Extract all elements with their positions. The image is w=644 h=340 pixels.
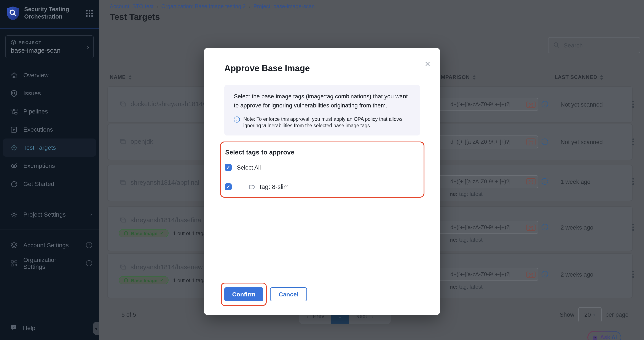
select-all-checkbox[interactable]: ✓ — [225, 164, 232, 171]
info-icon[interactable]: i — [542, 224, 548, 230]
tag-selection-annotated-region: Select tags to approve ✓ Select All ✓ ta… — [220, 142, 424, 198]
project-label: PROJECT — [18, 40, 42, 45]
sidebar-collapse-button[interactable]: ◀ — [93, 322, 99, 335]
column-header-comparison[interactable]: MPARISON — [441, 74, 476, 80]
info-icon[interactable]: i — [86, 242, 92, 248]
tag-checkbox[interactable]: ✓ — [225, 183, 232, 190]
modal-description-box: Select the base image tags (image:tag co… — [224, 85, 420, 136]
sidebar-item-executions[interactable]: Executions — [0, 120, 99, 139]
target-name-text: shreyansh1814/basefinal — [130, 216, 203, 223]
column-header-last-scanned[interactable]: LAST SCANNED — [554, 74, 603, 80]
last-scanned-value: 2 weeks ago — [560, 224, 621, 231]
play-square-icon — [10, 126, 18, 133]
app-switcher-grid-icon[interactable] — [85, 9, 94, 18]
layers-icon — [124, 231, 128, 236]
select-all-label: Select All — [237, 164, 261, 171]
tag-row[interactable]: ✓ tag: 8-slim — [225, 183, 289, 190]
per-page-label: per page — [606, 312, 629, 318]
result-count: 5 of 5 — [122, 312, 136, 318]
confirm-button[interactable]: Confirm — [224, 287, 263, 301]
regex-mode-chip[interactable]: (*) — [526, 271, 536, 278]
row-menu-button[interactable] — [630, 178, 637, 185]
comparison-regex-input[interactable]: d+([+-][a-zA-Z0-9\.+-]+)?| (*) — [436, 268, 538, 281]
modal-description: Select the base image tags (image:tag co… — [234, 92, 410, 110]
info-icon[interactable]: i — [542, 139, 548, 145]
target-name-text: openjdk — [130, 138, 153, 145]
row-menu-button[interactable] — [630, 224, 637, 231]
sort-icon — [472, 75, 476, 80]
page-title: Test Targets — [110, 12, 160, 22]
tag-label: tag: 8-slim — [260, 183, 289, 190]
info-icon[interactable]: i — [542, 101, 548, 107]
sidebar-header: Security Testing Orchestration — [0, 0, 99, 28]
select-all-row[interactable]: ✓ Select All — [225, 164, 261, 171]
column-header-label: LAST SCANNED — [554, 74, 597, 80]
sidebar-item-label: Get Started — [23, 180, 54, 187]
sidebar-item-overview[interactable]: Overview — [0, 66, 99, 84]
ask-ai-button[interactable]: Ask AI — [588, 331, 621, 340]
divider — [225, 178, 418, 178]
project-selector[interactable]: PROJECT base-image-scan › — [5, 35, 94, 58]
comparison-regex-input[interactable]: d+([+-][a-zA-Z0-9\.+-]+)?| (*) — [436, 98, 538, 111]
regex-mode-chip[interactable]: (*) — [526, 224, 536, 231]
breadcrumb: Account: STO test › Organization: Base I… — [110, 3, 315, 9]
target-name: shreyansh1814/basefinal — [119, 216, 203, 223]
comparison-regex-input[interactable]: d+([+-][a-zA-Z0-9\.+-]+)?| (*) — [436, 136, 538, 149]
column-header-name[interactable]: NAME — [110, 74, 132, 80]
cancel-button[interactable]: Cancel — [270, 287, 307, 301]
sidebar-item-label: Help — [23, 324, 36, 331]
target-name: openjdk — [119, 138, 153, 145]
container-image-icon — [119, 179, 126, 186]
breadcrumb-project-link[interactable]: Project: base-image-scan — [254, 3, 315, 9]
column-header-label: NAME — [110, 74, 126, 80]
target-name: shreyansh1814/appfinal — [119, 179, 200, 186]
row-menu-button[interactable] — [630, 139, 637, 145]
row-menu-button[interactable] — [630, 101, 637, 108]
sidebar-item-organization-settings[interactable]: Organization Settings i — [0, 254, 99, 272]
comparison-regex-input[interactable]: d+([+-][a-zA-Z0-9\.+-]+)?| (*) — [436, 175, 538, 188]
sidebar-item-label: Account Settings — [23, 242, 69, 249]
search-input[interactable]: Search — [548, 37, 640, 53]
close-icon[interactable]: ✕ — [425, 60, 430, 68]
page-size-value: 20 — [584, 312, 591, 318]
sidebar-item-exemptions[interactable]: Exemptions — [0, 157, 99, 175]
sidebar: Security Testing Orchestration PROJECT b… — [0, 0, 99, 340]
eye-off-icon — [10, 162, 18, 169]
app-title: Security Testing Orchestration — [24, 6, 81, 21]
sidebar-nav: Overview Issues Pipelines Executions Tes… — [0, 66, 99, 272]
divider — [0, 199, 99, 199]
regex-text: d+([+-][a-zA-Z0-9\.+-]+)?| — [436, 224, 526, 230]
sort-icon — [128, 75, 132, 80]
sidebar-item-label: Executions — [23, 126, 53, 133]
approve-base-image-modal: ✕ Approve Base Image Select the base ima… — [204, 48, 440, 315]
regex-mode-chip[interactable]: (*) — [526, 139, 536, 145]
sidebar-item-account-settings[interactable]: Account Settings i — [0, 236, 99, 254]
container-image-icon — [119, 100, 126, 107]
sidebar-item-get-started[interactable]: Get Started — [0, 175, 99, 193]
sidebar-item-project-settings[interactable]: Project Settings › — [0, 205, 99, 223]
modal-note: i Note: To enforce this approval, you mu… — [234, 116, 410, 130]
breadcrumb-org-link[interactable]: Organization: Base Image testing 2 — [161, 3, 246, 9]
info-icon[interactable]: i — [542, 271, 548, 277]
get-started-icon — [10, 180, 18, 187]
badge-label: Base Image — [131, 278, 157, 283]
sidebar-item-help[interactable]: ? Help — [0, 316, 99, 340]
sidebar-item-test-targets[interactable]: Test Targets — [3, 139, 96, 157]
regex-mode-chip[interactable]: (*) — [526, 178, 536, 185]
sidebar-item-pipelines[interactable]: Pipelines — [0, 102, 99, 120]
sidebar-item-label: Organization Settings — [23, 256, 80, 270]
breadcrumb-account-link[interactable]: Account: STO test — [110, 3, 154, 9]
column-header-label: MPARISON — [441, 74, 470, 80]
page-size-select[interactable]: 20 ▾ — [578, 307, 602, 322]
check-icon: ✓ — [160, 230, 164, 236]
info-icon[interactable]: i — [542, 178, 548, 185]
baseline-info: ne: tag: latest — [450, 237, 482, 243]
container-image-icon — [119, 263, 126, 270]
info-icon[interactable]: i — [86, 260, 92, 266]
base-image-badge: Base Image ✓ — [119, 229, 169, 237]
baseline-info: ne: tag: latest — [450, 284, 482, 290]
row-menu-button[interactable] — [630, 271, 637, 278]
regex-mode-chip[interactable]: (*) — [526, 101, 536, 108]
comparison-regex-input[interactable]: d+([+-][a-zA-Z0-9\.+-]+)?| (*) — [436, 221, 538, 234]
sidebar-item-issues[interactable]: Issues — [0, 84, 99, 102]
